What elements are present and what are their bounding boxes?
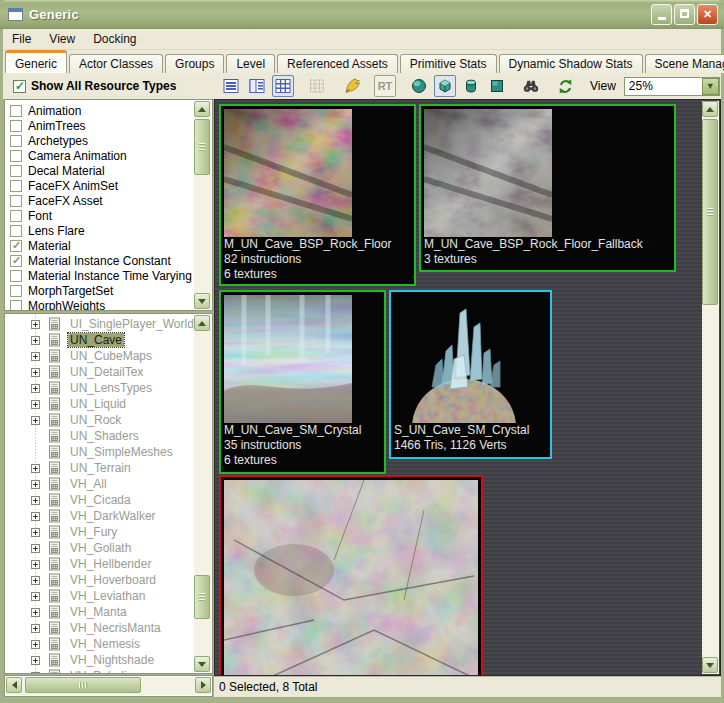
tree-vertical-scrollbar[interactable] xyxy=(194,315,211,672)
expander-plus-icon[interactable] xyxy=(31,624,40,633)
tree-item[interactable]: VH_Hoverboard xyxy=(5,572,195,588)
resource-type-row[interactable]: Material Instance Time Varying xyxy=(5,268,212,283)
resource-type-row[interactable]: MorphWeights xyxy=(5,298,212,311)
scrollbar-thumb[interactable] xyxy=(194,119,210,175)
tree-item[interactable]: UN_Cave xyxy=(5,332,195,348)
asset-tile-material-crystal[interactable]: M_UN_Cave_SM_Crystal 35 instructions 6 t… xyxy=(219,290,386,474)
tree-item[interactable]: VH_Nemesis xyxy=(5,636,195,652)
tab[interactable]: Level xyxy=(226,54,275,73)
expander-plus-icon[interactable] xyxy=(31,672,40,675)
menu-item[interactable]: View xyxy=(40,30,84,48)
split-view-button[interactable] xyxy=(246,75,268,97)
cube-preview-button[interactable] xyxy=(434,75,456,97)
expander-plus-icon[interactable] xyxy=(31,320,40,329)
resource-type-checkbox[interactable] xyxy=(10,210,22,222)
resource-type-checkbox[interactable] xyxy=(10,165,22,177)
menu-item[interactable]: Docking xyxy=(84,30,145,48)
scrollbar-thumb[interactable] xyxy=(194,575,210,619)
resource-type-row[interactable]: FaceFX Asset xyxy=(5,193,212,208)
sphere-preview-button[interactable] xyxy=(408,75,430,97)
resource-type-checkbox[interactable] xyxy=(10,255,22,267)
scrollbar-thumb[interactable] xyxy=(702,119,718,305)
expander-plus-icon[interactable] xyxy=(31,352,40,361)
resource-type-checkbox[interactable] xyxy=(10,180,22,192)
tree-item[interactable]: VH_DarkWalker xyxy=(5,508,195,524)
expander-plus-icon[interactable] xyxy=(31,640,40,649)
grid-view-button[interactable] xyxy=(272,75,294,97)
search-button[interactable] xyxy=(520,75,542,97)
refresh-button[interactable] xyxy=(554,75,576,97)
close-button[interactable]: ✕ xyxy=(697,4,718,25)
tab[interactable]: Generic xyxy=(5,50,67,73)
show-all-resource-types[interactable]: Show All Resource Types xyxy=(3,79,214,93)
resource-type-row[interactable]: Font xyxy=(5,208,212,223)
menu-item[interactable]: File xyxy=(3,30,40,48)
expander-plus-icon[interactable] xyxy=(31,400,40,409)
resource-type-row[interactable]: Material Instance Constant xyxy=(5,253,212,268)
resource-type-row[interactable]: Camera Animation xyxy=(5,148,212,163)
resource-type-row[interactable]: FaceFX AnimSet xyxy=(5,178,212,193)
list-view-button[interactable] xyxy=(220,75,242,97)
tree-item[interactable]: VH_Fury xyxy=(5,524,195,540)
expander-plus-icon[interactable] xyxy=(31,560,40,569)
tree-item[interactable]: VH_Leviathan xyxy=(5,588,195,604)
expander-plus-icon[interactable] xyxy=(31,512,40,521)
tree-item[interactable]: UN_CubeMaps xyxy=(5,348,195,364)
scroll-up-button[interactable] xyxy=(702,101,718,117)
resource-type-checkbox[interactable] xyxy=(10,285,22,297)
resource-type-row[interactable]: Archetypes xyxy=(5,133,212,148)
scroll-down-button[interactable] xyxy=(702,657,718,673)
view-zoom-select[interactable]: 25% ▼ xyxy=(624,77,720,96)
scroll-left-button[interactable] xyxy=(6,677,22,693)
tab[interactable]: Actor Classes xyxy=(69,54,163,73)
scroll-up-button[interactable] xyxy=(194,315,210,331)
realtime-toggle-button[interactable]: RT xyxy=(374,75,396,97)
asset-area-scrollbar[interactable] xyxy=(702,101,719,674)
resource-type-checkbox[interactable] xyxy=(10,240,22,252)
expander-plus-icon[interactable] xyxy=(31,416,40,425)
tree-item[interactable]: UI_SinglePlayer_World xyxy=(5,316,195,332)
resource-type-checkbox[interactable] xyxy=(10,225,22,237)
asset-tile-material-rock-floor-fallback[interactable]: M_UN_Cave_BSP_Rock_Floor_Fallback 3 text… xyxy=(419,104,676,272)
resource-type-row[interactable]: Decal Material xyxy=(5,163,212,178)
tab[interactable]: Scene Manager xyxy=(645,54,724,73)
tree-item[interactable]: VH_Nightshade xyxy=(5,652,195,668)
tab[interactable]: Groups xyxy=(165,54,224,73)
tree-item[interactable]: UN_LensTypes xyxy=(5,380,195,396)
tree-item[interactable]: UN_Liquid xyxy=(5,396,195,412)
expander-plus-icon[interactable] xyxy=(31,480,40,489)
tab[interactable]: Referenced Assets xyxy=(277,54,398,73)
tree-item[interactable]: UN_Rock xyxy=(5,412,195,428)
expander-plus-icon[interactable] xyxy=(31,576,40,585)
resource-type-checkbox[interactable] xyxy=(10,270,22,282)
asset-tile-staticmesh-crystal[interactable]: S_UN_Cave_SM_Crystal 1466 Tris, 1126 Ver… xyxy=(389,290,552,459)
expander-plus-icon[interactable] xyxy=(31,336,40,345)
scrollbar-thumb[interactable] xyxy=(25,677,141,693)
resource-type-checkbox[interactable] xyxy=(10,120,22,132)
scroll-up-button[interactable] xyxy=(194,101,210,117)
expander-plus-icon[interactable] xyxy=(31,656,40,665)
cylinder-preview-button[interactable] xyxy=(460,75,482,97)
tree-item[interactable]: VH_Hellbender xyxy=(5,556,195,572)
thumbnails-view-button[interactable] xyxy=(306,75,328,97)
scroll-down-button[interactable] xyxy=(194,656,210,672)
tree-item[interactable]: UN_Terrain xyxy=(5,460,195,476)
resource-type-checkbox[interactable] xyxy=(10,135,22,147)
show-all-checkbox[interactable] xyxy=(13,80,26,93)
resource-type-row[interactable]: Material xyxy=(5,238,212,253)
scroll-down-button[interactable] xyxy=(194,293,210,309)
tree-horizontal-scrollbar[interactable] xyxy=(4,675,213,697)
asset-tile-material-rock-floor[interactable]: M_UN_Cave_BSP_Rock_Floor 82 instructions… xyxy=(219,104,416,286)
resource-type-checkbox[interactable] xyxy=(10,195,22,207)
expander-plus-icon[interactable] xyxy=(31,592,40,601)
resource-type-row[interactable]: AnimTrees xyxy=(5,118,212,133)
resource-type-row[interactable]: Animation xyxy=(5,103,212,118)
tree-item[interactable]: VH_NecrisManta xyxy=(5,620,195,636)
resource-type-checkbox[interactable] xyxy=(10,105,22,117)
tree-item[interactable]: UN_DetailTex xyxy=(5,364,195,380)
edit-properties-button[interactable] xyxy=(340,75,362,97)
expander-plus-icon[interactable] xyxy=(31,496,40,505)
expander-plus-icon[interactable] xyxy=(31,528,40,537)
asset-tile-texture[interactable] xyxy=(219,475,483,676)
tree-item[interactable]: VH_Paladin xyxy=(5,668,195,674)
